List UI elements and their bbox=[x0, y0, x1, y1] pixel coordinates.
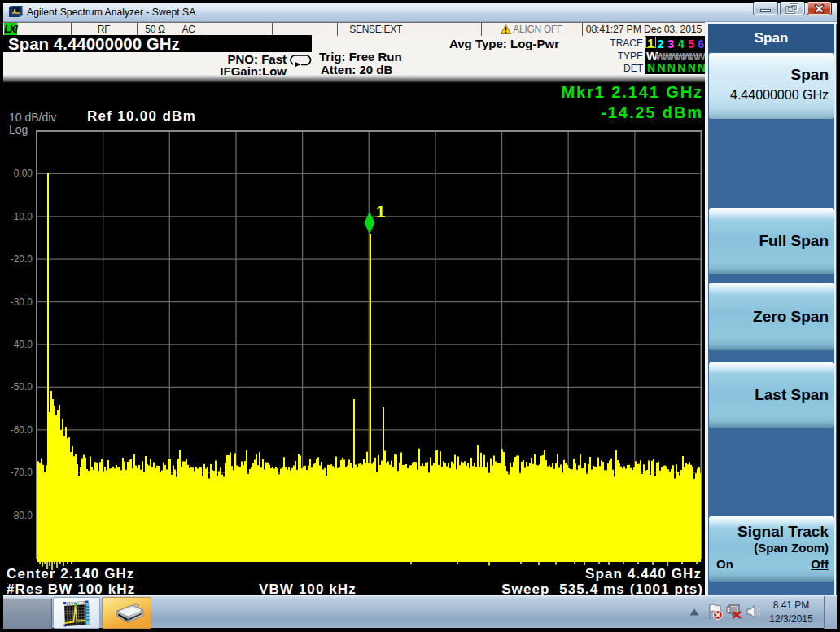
svg-text:1: 1 bbox=[376, 203, 385, 221]
